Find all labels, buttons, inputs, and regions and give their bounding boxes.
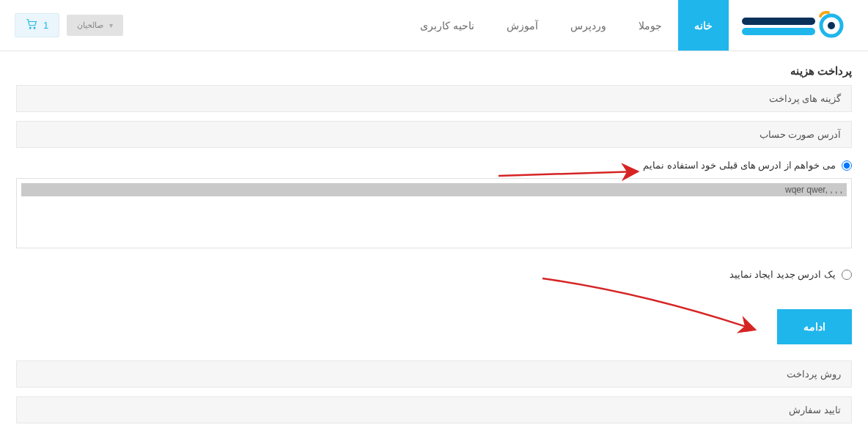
nav-joomla[interactable]: جوملا: [622, 0, 678, 51]
user-dropdown[interactable]: ▾ صالحیان: [67, 15, 123, 36]
radio-create-new-address[interactable]: یک ادرس جدید ایجاد نمایید: [16, 269, 852, 280]
page-title: پرداخت هزینه: [16, 64, 852, 78]
cart-count: 1: [43, 20, 48, 31]
top-navbar: خانه جوملا وردپرس آموزش ناحیه کاربری ▾ ص…: [0, 0, 868, 51]
site-logo[interactable]: [729, 0, 853, 51]
user-dropdown-label: صالحیان: [77, 21, 103, 30]
panel-payment-options-label: گزینه های پرداخت: [769, 93, 841, 104]
svg-rect-3: [742, 28, 815, 35]
continue-button-label: ادامه: [803, 321, 825, 333]
panel-confirm-order-label: تایید سفارش: [789, 404, 841, 415]
nav-joomla-label: جوملا: [639, 20, 662, 32]
svg-point-5: [34, 27, 35, 29]
panel-confirm-order[interactable]: تایید سفارش: [16, 396, 852, 423]
main-nav: خانه جوملا وردپرس آموزش ناحیه کاربری: [404, 0, 729, 51]
nav-user-area[interactable]: ناحیه کاربری: [404, 0, 490, 51]
nav-wordpress[interactable]: وردپرس: [554, 0, 622, 51]
radio-use-existing-label: می خواهم از ادرس های قبلی خود استفاده نم…: [643, 160, 836, 171]
nav-tutorials-label: آموزش: [507, 20, 538, 32]
nav-user-area-label: ناحیه کاربری: [420, 20, 474, 32]
panel-payment-options[interactable]: گزینه های پرداخت: [16, 85, 852, 112]
panel-payment-method-label: روش پرداخت: [787, 369, 841, 380]
nav-tutorials[interactable]: آموزش: [490, 0, 554, 51]
nav-wordpress-label: وردپرس: [570, 20, 606, 32]
nav-home[interactable]: خانه: [678, 0, 729, 51]
svg-rect-2: [742, 18, 815, 25]
nav-home-label: خانه: [694, 20, 713, 32]
svg-point-1: [828, 22, 835, 29]
panel-payment-method[interactable]: روش پرداخت: [16, 360, 852, 388]
svg-point-4: [29, 27, 31, 29]
logo-icon: [736, 9, 846, 42]
continue-button[interactable]: ادامه: [777, 309, 852, 344]
radio-create-new-label: یک ادرس جدید ایجاد نمایید: [729, 269, 836, 280]
radio-use-existing-input[interactable]: [842, 160, 852, 171]
panel-billing-address[interactable]: آدرس صورت حساب: [16, 121, 852, 148]
address-option-text: wqer qwer, , , ,: [785, 185, 842, 195]
cart-icon: [26, 19, 37, 32]
cart-button[interactable]: 1: [15, 13, 59, 37]
radio-use-existing-address[interactable]: می خواهم از ادرس های قبلی خود استفاده نم…: [16, 160, 852, 171]
radio-create-new-input[interactable]: [842, 270, 852, 280]
checkout-page: پرداخت هزینه گزینه های پرداخت آدرس صورت …: [0, 51, 868, 444]
existing-address-select[interactable]: wqer qwer, , , ,: [16, 178, 852, 248]
panel-billing-address-label: آدرس صورت حساب: [760, 129, 841, 140]
address-option[interactable]: wqer qwer, , , ,: [21, 183, 847, 196]
chevron-down-icon: ▾: [109, 21, 113, 29]
